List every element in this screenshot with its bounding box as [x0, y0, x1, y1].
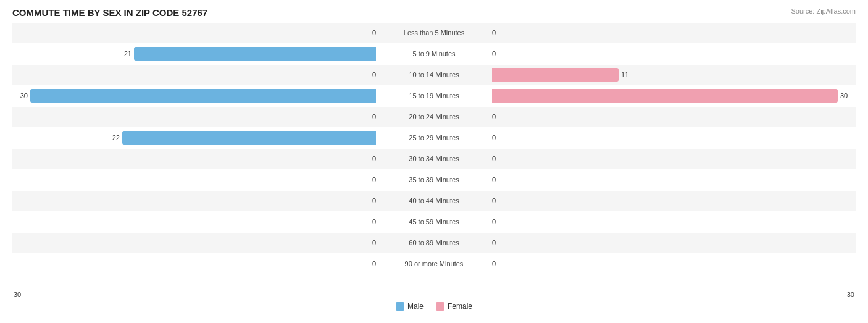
male-value: 30	[20, 92, 28, 99]
female-zero: 0	[492, 197, 496, 204]
left-section: 22	[12, 128, 378, 148]
row-label: 25 to 29 Minutes	[378, 134, 490, 141]
legend-female-label: Female	[448, 302, 472, 311]
chart-row: 3015 to 19 Minutes30	[12, 86, 856, 106]
chart-title: COMMUTE TIME BY SEX IN ZIP CODE 52767	[12, 7, 856, 18]
row-label: 30 to 34 Minutes	[378, 155, 490, 162]
row-label: 45 to 59 Minutes	[378, 218, 490, 225]
row-label: 10 to 14 Minutes	[378, 71, 490, 78]
female-value: 11	[621, 71, 628, 78]
female-zero: 0	[492, 29, 496, 36]
chart-area: 0Less than 5 Minutes0215 to 9 Minutes001…	[12, 23, 856, 288]
chart-row: 035 to 39 Minutes0	[12, 170, 856, 190]
right-section: 0	[490, 233, 856, 253]
female-zero: 0	[492, 239, 496, 246]
left-section: 0	[12, 191, 378, 211]
chart-row: 045 to 59 Minutes0	[12, 212, 856, 232]
right-section: 0	[490, 149, 856, 169]
legend: Male Female	[12, 302, 856, 311]
left-section: 21	[12, 44, 378, 64]
source-label: Source: ZipAtlas.com	[791, 7, 856, 15]
left-section: 0	[12, 233, 378, 253]
female-bar	[492, 68, 619, 82]
row-label: Less than 5 Minutes	[378, 29, 490, 36]
female-zero: 0	[492, 218, 496, 225]
female-zero: 0	[492, 113, 496, 120]
chart-container: COMMUTE TIME BY SEX IN ZIP CODE 52767 So…	[0, 0, 868, 323]
legend-female: Female	[436, 302, 472, 311]
male-zero: 0	[372, 155, 376, 162]
male-zero: 0	[372, 197, 376, 204]
right-section: 0	[490, 44, 856, 64]
female-value: 30	[840, 92, 848, 99]
right-section: 0	[490, 23, 856, 43]
male-zero: 0	[372, 239, 376, 246]
right-section: 0	[490, 170, 856, 190]
left-section: 30	[12, 86, 378, 106]
right-section: 0	[490, 128, 856, 148]
left-section: 0	[12, 65, 378, 85]
row-label: 60 to 89 Minutes	[378, 239, 490, 246]
row-label: 5 to 9 Minutes	[378, 50, 490, 57]
female-bar	[492, 89, 838, 103]
row-label: 20 to 24 Minutes	[378, 113, 490, 120]
right-section: 11	[490, 65, 856, 85]
legend-male-box	[396, 302, 404, 311]
chart-row: 090 or more Minutes0	[12, 254, 856, 274]
male-bar	[134, 47, 376, 61]
male-zero: 0	[372, 218, 376, 225]
chart-row: 030 to 34 Minutes0	[12, 149, 856, 169]
right-section: 0	[490, 107, 856, 127]
female-zero: 0	[492, 155, 496, 162]
left-section: 0	[12, 254, 378, 274]
row-label: 40 to 44 Minutes	[378, 197, 490, 204]
left-section: 0	[12, 212, 378, 232]
axis-right-label: 30	[847, 291, 854, 298]
male-zero: 0	[372, 29, 376, 36]
chart-row: 040 to 44 Minutes0	[12, 191, 856, 211]
axis-left-label: 30	[14, 291, 21, 298]
left-section: 0	[12, 149, 378, 169]
chart-row: 2225 to 29 Minutes0	[12, 128, 856, 148]
male-value: 21	[124, 50, 131, 57]
male-zero: 0	[372, 113, 376, 120]
axis-bottom: 30 30	[12, 291, 856, 298]
chart-row: 060 to 89 Minutes0	[12, 233, 856, 253]
male-value: 22	[112, 134, 120, 141]
left-section: 0	[12, 170, 378, 190]
row-label: 15 to 19 Minutes	[378, 92, 490, 99]
right-section: 0	[490, 254, 856, 274]
male-bar	[30, 89, 376, 103]
legend-male: Male	[396, 302, 424, 311]
female-zero: 0	[492, 50, 496, 57]
left-section: 0	[12, 23, 378, 43]
male-zero: 0	[372, 176, 376, 183]
right-section: 30	[490, 86, 856, 106]
right-section: 0	[490, 212, 856, 232]
chart-row: 0Less than 5 Minutes0	[12, 23, 856, 43]
chart-row: 215 to 9 Minutes0	[12, 44, 856, 64]
chart-row: 020 to 24 Minutes0	[12, 107, 856, 127]
female-zero: 0	[492, 260, 496, 267]
female-zero: 0	[492, 176, 496, 183]
legend-female-box	[436, 302, 444, 311]
male-zero: 0	[372, 71, 376, 78]
row-label: 35 to 39 Minutes	[378, 176, 490, 183]
legend-male-label: Male	[407, 302, 424, 311]
right-section: 0	[490, 191, 856, 211]
male-bar	[122, 131, 376, 145]
chart-row: 010 to 14 Minutes11	[12, 65, 856, 85]
row-label: 90 or more Minutes	[378, 260, 490, 267]
female-zero: 0	[492, 134, 496, 141]
male-zero: 0	[372, 260, 376, 267]
left-section: 0	[12, 107, 378, 127]
